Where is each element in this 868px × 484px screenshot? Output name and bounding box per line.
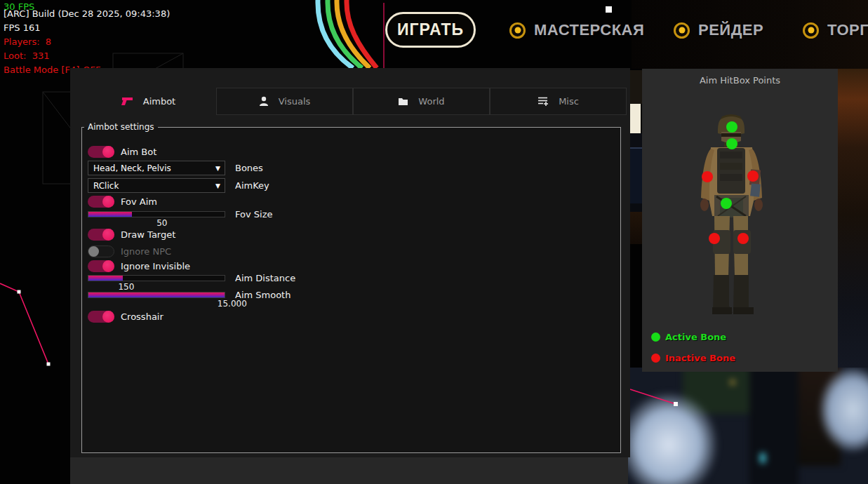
aim-distance-slider[interactable] [88, 275, 225, 281]
chevron-down-icon: ▼ [215, 165, 220, 172]
inactive-bone-dot [651, 354, 660, 363]
slider-fill [88, 276, 123, 281]
bone-dot-pelvis [721, 198, 732, 209]
tab-label: Misc [559, 96, 579, 107]
bones-dropdown[interactable]: Head, Neck, Pelvis ▼ [88, 161, 225, 175]
hitbox-panel: Aim HitBox Points [642, 69, 838, 372]
aim-smooth-label: Aim Smooth [235, 290, 291, 300]
ignore-invisible-label: Ignore Invisible [121, 261, 190, 271]
chevron-down-icon: ▼ [215, 182, 220, 189]
legend-inactive-bone: Inactive Bone [651, 353, 735, 363]
bones-dropdown-value: Head, Neck, Pelvis [93, 163, 171, 173]
menu-item-trader[interactable]: ТОРГО [803, 21, 868, 39]
draw-target-row: Draw Target [88, 229, 175, 241]
group-title: Aimbot settings [84, 122, 158, 132]
bone-dot-head [726, 121, 737, 133]
ignore-npc-row: Ignore NPC [88, 246, 171, 257]
aimkey-label: AimKey [235, 180, 269, 191]
menu-item-raider[interactable]: РЕЙДЕР [674, 21, 763, 39]
menu-item-label: ТОРГО [827, 21, 868, 39]
aimkey-dropdown-value: RClick [93, 181, 119, 191]
legend-label: Inactive Bone [665, 353, 735, 363]
bone-dot-right-knee [737, 233, 749, 244]
tab-bar: Aimbot Visuals World [81, 88, 627, 115]
tab-label: World [418, 96, 444, 107]
fov-aim-row: Fov Aim [88, 196, 157, 208]
debug-overlay: 30 FPS [ARC] Build (Dec 28 2025, 09:43:3… [4, 0, 15, 112]
bone-dot-neck [726, 138, 737, 149]
legend-active-bone: Active Bone [651, 332, 726, 342]
aim-distance-value: 150 [118, 282, 134, 292]
pistol-icon [121, 97, 133, 106]
aimkey-row: RClick ▼ AimKey [88, 178, 269, 193]
fov-size-slider[interactable] [88, 211, 225, 217]
ignore-invisible-toggle[interactable] [88, 260, 114, 272]
background-block [629, 104, 641, 133]
gold-target-icon [509, 22, 526, 39]
tab-visuals[interactable]: Visuals [216, 88, 353, 115]
crosshair-toggle[interactable] [88, 311, 114, 323]
tab-label: Aimbot [143, 96, 175, 107]
rainbow-decal [307, 0, 384, 68]
draw-target-toggle[interactable] [88, 229, 114, 241]
aim-distance-label: Aim Distance [235, 273, 295, 283]
aim-smooth-slider[interactable] [88, 292, 225, 298]
bone-dot-left-knee [709, 233, 720, 244]
background-block [629, 133, 642, 147]
menu-item-workshop[interactable]: МАСТЕРСКАЯ [509, 21, 644, 39]
background-column [749, 368, 799, 484]
aim-distance-row: 150 Aim Distance [88, 275, 225, 281]
playlist-add-icon [538, 96, 549, 107]
aimbot-settings-group: Aimbot settings Aim Bot Head, Neck, Pelv… [81, 122, 621, 453]
legend-label: Active Bone [665, 332, 726, 342]
tab-aimbot[interactable]: Aimbot [81, 88, 216, 115]
aim-smooth-row: 15.000 Aim Smooth [88, 292, 225, 298]
background-block [629, 70, 642, 104]
gold-target-icon [803, 22, 819, 39]
bones-row: Head, Neck, Pelvis ▼ Bones [88, 161, 263, 175]
person-icon [259, 96, 269, 107]
background-right-strip [838, 69, 868, 372]
aim-bot-label: Aim Bot [121, 147, 156, 157]
fps-counter: FPS 161 [4, 21, 41, 35]
active-bone-dot [651, 332, 660, 342]
tab-misc[interactable]: Misc [490, 88, 627, 115]
background-block [629, 147, 642, 203]
slider-fill [88, 293, 225, 297]
ignore-invisible-row: Ignore Invisible [88, 260, 190, 272]
ignore-npc-label: Ignore NPC [121, 246, 171, 257]
tracer-line [0, 283, 48, 364]
slider-fill [88, 212, 132, 217]
background-block [629, 212, 642, 244]
draw-target-label: Draw Target [121, 229, 175, 240]
hitbox-panel-title: Aim HitBox Points [642, 75, 838, 86]
background-blur-layer [627, 368, 868, 484]
crosshair-label: Crosshair [121, 311, 163, 322]
loot-counter: Loot: 331 [4, 49, 49, 63]
fov-size-row: 50 Fov Size [88, 211, 225, 217]
game-screen: 30 FPS [ARC] Build (Dec 28 2025, 09:43:3… [0, 0, 868, 484]
ignore-npc-toggle[interactable] [88, 246, 114, 257]
aim-bot-toggle[interactable] [88, 146, 114, 158]
background-blurred-scene [627, 368, 868, 484]
bones-label: Bones [235, 163, 263, 173]
folder-icon [398, 97, 408, 106]
menu-item-label: МАСТЕРСКАЯ [534, 21, 644, 39]
background-cyan-speck [760, 453, 766, 463]
build-info: [ARC] Build (Dec 28 2025, 09:43:38) [4, 7, 170, 21]
background-block [629, 203, 642, 212]
cheat-menu-window: Aimbot Visuals World [70, 68, 630, 457]
fov-size-label: Fov Size [235, 209, 272, 220]
crosshair-row: Crosshair [88, 311, 163, 323]
gold-target-icon [674, 22, 690, 39]
aim-bot-row: Aim Bot [88, 146, 156, 158]
bone-dot-left-shoulder [702, 171, 713, 182]
aimkey-dropdown[interactable]: RClick ▼ [88, 178, 225, 193]
background-yellow-speck [730, 380, 735, 384]
tab-world[interactable]: World [353, 88, 490, 115]
fov-aim-label: Fov Aim [121, 196, 157, 207]
players-counter: Players: 8 [4, 35, 51, 49]
fov-aim-toggle[interactable] [88, 196, 114, 208]
play-button[interactable]: ИГРАТЬ [385, 12, 476, 48]
menu-item-label: РЕЙДЕР [698, 21, 763, 39]
